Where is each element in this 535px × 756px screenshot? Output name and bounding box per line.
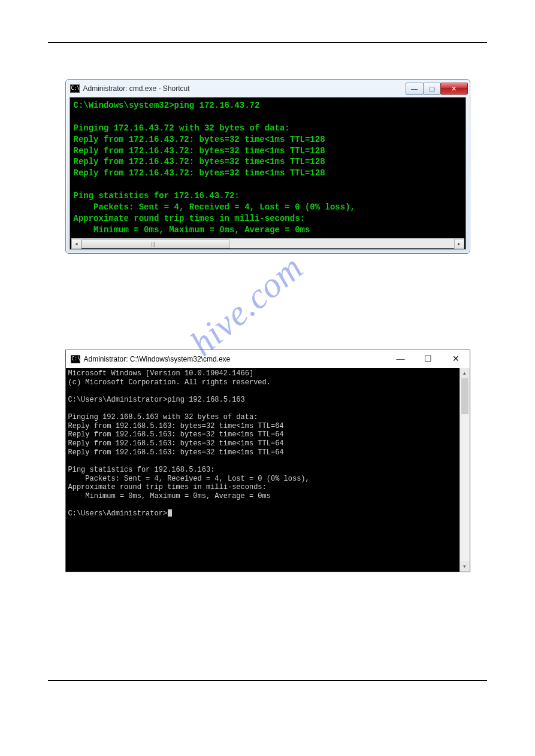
close-button[interactable]: ✕	[442, 350, 470, 368]
cmd-icon	[71, 355, 80, 363]
terminal-output-win10[interactable]: Microsoft Windows [Version 10.0.19042.14…	[66, 368, 470, 520]
scroll-thumb[interactable]	[461, 378, 468, 414]
terminal-client-win10: Microsoft Windows [Version 10.0.19042.14…	[66, 368, 470, 572]
cursor-icon	[168, 509, 172, 517]
titlebar-win7[interactable]: Administrator: cmd.exe - Shortcut — ▢ ✕	[67, 80, 469, 97]
maximize-button[interactable]: ▢	[423, 83, 441, 95]
scroll-left-button[interactable]: ◂	[71, 239, 81, 249]
terminal-client-win7: C:\Windows\system32>ping 172.16.43.72 Pi…	[69, 97, 466, 250]
cmd-window-win7: Administrator: cmd.exe - Shortcut — ▢ ✕ …	[65, 79, 470, 254]
minimize-button[interactable]: —	[387, 350, 415, 368]
scroll-up-button[interactable]: ▴	[460, 368, 470, 378]
page-rule-bottom	[48, 680, 487, 681]
maximize-button[interactable]: ☐	[415, 350, 442, 368]
window-title-win7: Administrator: cmd.exe - Shortcut	[83, 84, 406, 93]
scroll-track[interactable]	[81, 239, 454, 248]
close-button[interactable]: ✕	[440, 83, 468, 95]
cmd-icon	[70, 84, 80, 93]
page-rule-top	[48, 42, 487, 43]
cmd-window-win10: Administrator: C:\Windows\system32\cmd.e…	[65, 350, 470, 572]
minimize-button[interactable]: —	[406, 83, 424, 95]
terminal-output-win7[interactable]: C:\Windows\system32>ping 172.16.43.72 Pi…	[70, 98, 466, 239]
scroll-thumb[interactable]	[81, 239, 231, 248]
scroll-right-button[interactable]: ▸	[454, 239, 464, 249]
scroll-down-button[interactable]: ▾	[460, 561, 470, 572]
window-title-win10: Administrator: C:\Windows\system32\cmd.e…	[84, 355, 387, 363]
horizontal-scrollbar[interactable]: ◂ ▸	[71, 238, 464, 248]
titlebar-win10[interactable]: Administrator: C:\Windows\system32\cmd.e…	[66, 350, 470, 368]
vertical-scrollbar[interactable]: ▴ ▾	[460, 368, 470, 572]
